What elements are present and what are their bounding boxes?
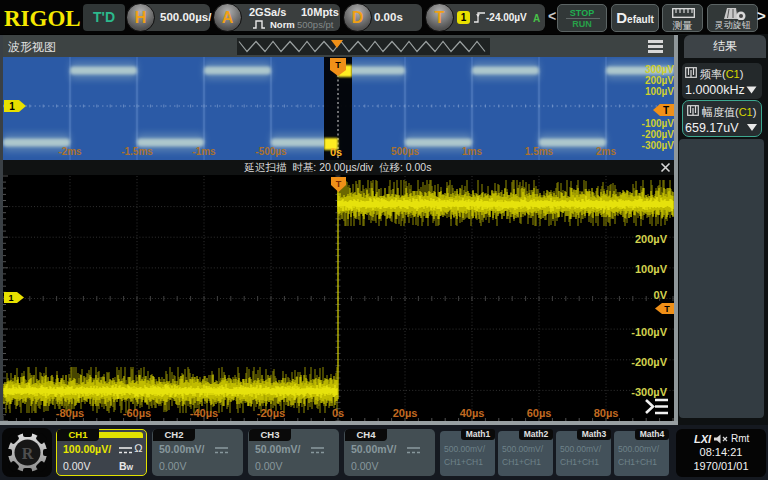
svg-text:T: T xyxy=(664,304,670,314)
svg-text:R: R xyxy=(22,445,34,462)
svg-text:1: 1 xyxy=(8,293,13,303)
svg-text:T: T xyxy=(663,105,669,116)
svg-text:T: T xyxy=(335,60,341,70)
svg-text:1: 1 xyxy=(9,101,15,112)
svg-text:T: T xyxy=(336,179,342,189)
